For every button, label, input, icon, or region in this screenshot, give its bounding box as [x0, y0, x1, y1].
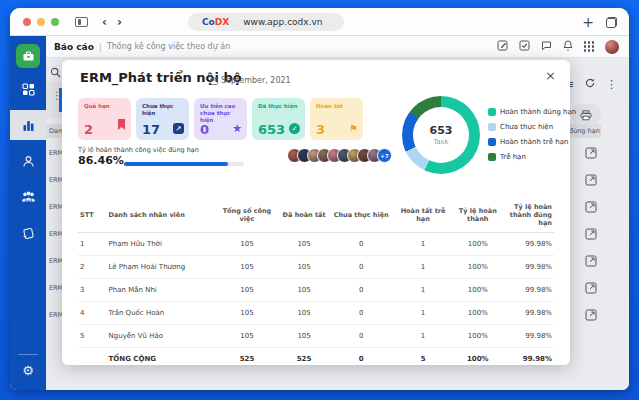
- more-options-kebab-icon[interactable]: ⋮: [606, 78, 617, 91]
- desktop-background: ‹ › CoDX www.app.codx.vn +: [0, 0, 639, 400]
- stats-cards: Quá hạn 2 Chưa thực hiện 17 ↗ Ưu tiên ca…: [78, 98, 363, 140]
- sidebar-toggle-icon[interactable]: [75, 17, 88, 27]
- sidebar-item-profile[interactable]: [10, 146, 46, 176]
- app-header: Báo cáo | Thống kê công việc theo dự án: [46, 36, 629, 58]
- stat-card-not-done: Chưa thực hiện 17 ↗: [136, 98, 189, 140]
- background-row: ERM: [46, 308, 62, 322]
- chart-legend: Hoàn thành đúng hạn Chưa thực hiện Hoàn …: [488, 108, 576, 168]
- open-detail-button[interactable]: [585, 279, 599, 293]
- forward-button[interactable]: ›: [117, 15, 122, 29]
- chat-icon[interactable]: [541, 40, 552, 53]
- browser-window: ‹ › CoDX www.app.codx.vn +: [10, 8, 629, 390]
- printer-icon: [580, 110, 592, 121]
- table-row: 3Phan Mẫn Nhi10510501100%99.98%: [78, 279, 554, 302]
- bookmark-icon: [117, 115, 126, 134]
- report-month: September, 2021: [210, 76, 291, 85]
- user-icon: [22, 155, 35, 168]
- window-controls: [23, 18, 59, 26]
- minimize-window-button[interactable]: [37, 18, 45, 26]
- table-row: 1Phạm Hữu Thời10510501100%99.98%: [78, 233, 554, 256]
- search-icon[interactable]: [50, 63, 61, 82]
- sidebar-item-dashboard[interactable]: [10, 74, 46, 104]
- background-row: ERM: [46, 173, 62, 187]
- back-button[interactable]: ‹: [102, 15, 107, 29]
- stat-card-completed: Hoàn tất 3 ⚑: [310, 98, 363, 140]
- refresh-icon[interactable]: [585, 78, 595, 91]
- legend-swatch: [488, 108, 496, 116]
- legend-item: Trễ hạn: [488, 153, 576, 161]
- user-avatar[interactable]: [605, 40, 619, 54]
- close-window-button[interactable]: [23, 18, 31, 26]
- url-text: www.app.codx.vn: [243, 17, 322, 27]
- progress-fill: [124, 162, 228, 166]
- open-detail-button[interactable]: [585, 144, 599, 158]
- background-row: ERM: [46, 254, 62, 268]
- background-row: ERM: [46, 200, 62, 214]
- more-members-badge[interactable]: +7: [377, 148, 392, 163]
- on-time-rate-value: 86.46%: [78, 154, 124, 167]
- background-row: ERM: [46, 281, 62, 295]
- briefcase-icon: [22, 50, 35, 63]
- table-total-row: TỔNG CỘNG52552505100%99.98%: [78, 348, 554, 371]
- open-detail-button[interactable]: [585, 252, 599, 266]
- donut-center: 653 Task: [413, 107, 469, 163]
- open-detail-button[interactable]: [585, 198, 599, 212]
- maximize-window-button[interactable]: [51, 18, 59, 26]
- dashboard-icon: [22, 83, 35, 96]
- stat-card-done: Đã thực hiện 653 ✓: [252, 98, 305, 140]
- sidebar-item-requests[interactable]: [10, 218, 46, 248]
- legend-item: Hoàn thành đúng hạn: [488, 108, 576, 116]
- project-report-modal: ERM_Phát triển nội bộ September, 2021 × …: [62, 60, 570, 365]
- content-area: ⋮ Dan ERM ERM ERM ERM ERM ERM ERM ≡ ⋮: [46, 58, 629, 390]
- close-icon[interactable]: ×: [545, 68, 556, 83]
- open-detail-button[interactable]: [585, 225, 599, 239]
- stat-card-high-priority: Ưu tiên cao chưa thực hiện 0 ★: [194, 98, 247, 140]
- check-circle-icon: ✓: [289, 123, 300, 134]
- legend-swatch: [488, 153, 496, 161]
- stat-card-overdue: Quá hạn 2: [78, 98, 131, 140]
- table-row: 5Nguyễn Vũ Hảo10510501100%99.98%: [78, 325, 554, 348]
- app-logo-icon[interactable]: [16, 44, 40, 68]
- apps-grid-icon[interactable]: [584, 41, 595, 52]
- legend-item: Chưa thực hiện: [488, 123, 576, 131]
- notes-icon[interactable]: [497, 40, 508, 53]
- address-bar[interactable]: CoDX www.app.codx.vn: [188, 13, 344, 31]
- page-subtitle: Thống kê công việc theo dự án: [107, 42, 230, 51]
- send-icon: ↗: [173, 123, 184, 134]
- bar-chart-icon: [22, 119, 35, 132]
- card-send-icon: [22, 227, 35, 240]
- new-tab-button[interactable]: +: [582, 14, 594, 30]
- codx-logo: CoDX: [202, 17, 229, 27]
- browser-chrome: ‹ › CoDX www.app.codx.vn +: [10, 8, 629, 36]
- star-icon: ★: [232, 123, 242, 134]
- background-table-header-left: Dan: [46, 124, 62, 138]
- open-detail-button[interactable]: [585, 306, 599, 320]
- open-detail-button[interactable]: [585, 171, 599, 185]
- background-row: ERM: [46, 227, 62, 241]
- table-header-row: STT Danh sách nhân viên Tổng số công việ…: [78, 198, 554, 233]
- table-row: 4Trần Quốc Hoàn10510501100%99.98%: [78, 302, 554, 325]
- app-sidebar: ⚙: [10, 36, 46, 390]
- settings-gear-icon[interactable]: ⚙: [22, 363, 34, 378]
- team-icon: [21, 191, 36, 203]
- sidebar-divider: [18, 354, 38, 355]
- background-row: ERM: [46, 146, 62, 160]
- sidebar-item-team[interactable]: [10, 182, 46, 212]
- legend-swatch: [488, 138, 496, 146]
- tasks-icon[interactable]: [519, 40, 530, 53]
- progress-bar: [124, 162, 244, 166]
- donut-chart: 653 Task: [402, 96, 480, 174]
- calendar-icon: [210, 77, 218, 85]
- team-avatar-stack: +7: [287, 148, 392, 163]
- legend-swatch: [488, 123, 496, 131]
- page-title: Báo cáo: [54, 42, 94, 52]
- employee-summary-table: STT Danh sách nhân viên Tổng số công việ…: [78, 198, 554, 370]
- flag-icon: ⚑: [349, 124, 358, 134]
- legend-item: Hoàn thành trễ hạn: [488, 138, 576, 146]
- tab-overview-icon[interactable]: [606, 17, 617, 28]
- table-row: 2Lê Phạm Hoài Thương10510501100%99.98%: [78, 256, 554, 279]
- on-time-rate-label: Tỷ lệ hoàn thành công việc đúng hạn: [78, 146, 199, 154]
- notifications-bell-icon[interactable]: [563, 40, 573, 53]
- sidebar-item-reports[interactable]: [10, 110, 46, 140]
